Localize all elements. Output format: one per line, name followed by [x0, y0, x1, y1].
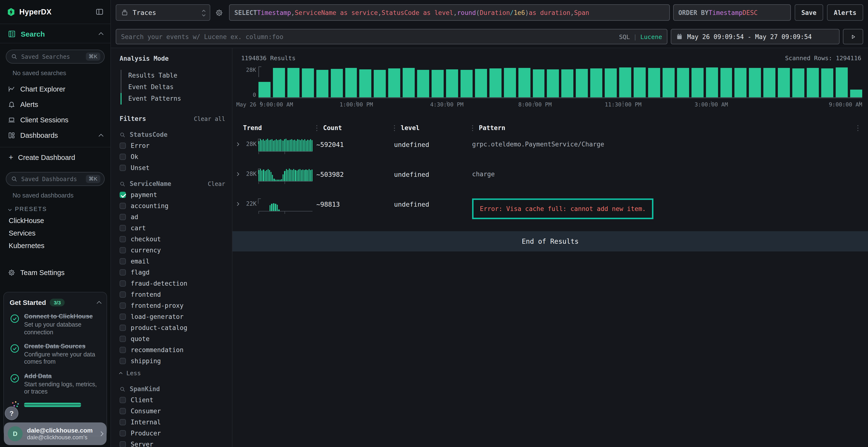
- checkbox[interactable]: [120, 325, 126, 331]
- checkbox[interactable]: [120, 419, 126, 425]
- histogram-bar[interactable]: [749, 68, 761, 97]
- facet-option-client[interactable]: Client: [120, 397, 225, 404]
- facet-option-unset[interactable]: Unset: [120, 164, 225, 171]
- histogram-bar[interactable]: [302, 68, 314, 97]
- checkbox[interactable]: [120, 236, 126, 242]
- facet-option-email[interactable]: email: [120, 258, 225, 265]
- highlighted-error-pattern[interactable]: Error: Visa cache full: cannot add new i…: [472, 199, 654, 219]
- checkbox[interactable]: [120, 247, 126, 253]
- histogram-bar[interactable]: [706, 68, 718, 97]
- column-grip-icon[interactable]: [472, 125, 473, 126]
- histogram-bar[interactable]: [619, 68, 631, 97]
- checkbox[interactable]: [120, 291, 126, 298]
- histogram-bar[interactable]: [648, 68, 660, 97]
- facet-option-ad[interactable]: ad: [120, 213, 225, 220]
- column-header-pattern[interactable]: Pattern: [472, 122, 858, 133]
- histogram-bar[interactable]: [389, 68, 401, 97]
- facet-option-internal[interactable]: Internal: [120, 419, 225, 426]
- checkbox[interactable]: [120, 143, 126, 149]
- row-expander-icon[interactable]: [235, 198, 243, 207]
- histogram-bar[interactable]: [287, 68, 300, 97]
- histogram-bar[interactable]: [258, 82, 271, 97]
- kebab-menu-icon[interactable]: [858, 125, 858, 126]
- help-button[interactable]: ?: [5, 407, 18, 420]
- analysis-mode-event-patterns[interactable]: Event Patterns: [122, 93, 225, 105]
- histogram-bar[interactable]: [562, 69, 574, 97]
- run-query-button[interactable]: [843, 29, 863, 44]
- chevron-up-icon[interactable]: [99, 32, 103, 37]
- histogram-bar[interactable]: [331, 69, 343, 97]
- checkbox[interactable]: [120, 258, 126, 265]
- column-grip-icon[interactable]: [316, 125, 317, 126]
- column-header-count[interactable]: Count: [316, 122, 394, 133]
- language-sql-option[interactable]: SQL: [619, 33, 630, 40]
- chevron-up-icon[interactable]: [99, 134, 103, 138]
- histogram-bar[interactable]: [850, 90, 862, 97]
- histogram-bar[interactable]: [360, 69, 372, 97]
- facet-option-fraud-detection[interactable]: fraud-detection: [120, 280, 225, 287]
- checkbox[interactable]: [120, 203, 126, 209]
- histogram-bar[interactable]: [807, 68, 819, 97]
- column-header-trend[interactable]: Trend: [243, 122, 316, 133]
- histogram-bar[interactable]: [403, 68, 415, 97]
- chevron-up-icon[interactable]: [97, 301, 101, 306]
- checkbox[interactable]: [120, 358, 126, 364]
- checkbox[interactable]: [120, 408, 126, 414]
- sidebar-item-client-sessions[interactable]: Client Sessions: [0, 112, 111, 128]
- histogram-bar[interactable]: [417, 70, 429, 97]
- histogram-bar[interactable]: [533, 69, 545, 97]
- histogram-bar[interactable]: [576, 69, 588, 97]
- checkbox[interactable]: [120, 430, 126, 437]
- checkbox[interactable]: [120, 214, 126, 220]
- histogram-bar[interactable]: [662, 68, 675, 97]
- checkbox[interactable]: [120, 280, 126, 286]
- histogram-bar[interactable]: [590, 68, 602, 97]
- facet-option-accounting[interactable]: accounting: [120, 202, 225, 209]
- checkbox[interactable]: [120, 397, 126, 403]
- checkbox[interactable]: [120, 336, 126, 342]
- checkbox[interactable]: [120, 269, 126, 276]
- sidebar-item-chart-explorer[interactable]: Chart Explorer: [0, 81, 111, 97]
- histogram-bar[interactable]: [764, 68, 776, 97]
- histogram-bar[interactable]: [316, 70, 328, 97]
- histogram-bar[interactable]: [720, 68, 732, 97]
- checkbox[interactable]: [120, 347, 126, 353]
- histogram-bar[interactable]: [836, 68, 848, 97]
- checkbox[interactable]: [120, 165, 126, 171]
- checkbox[interactable]: [120, 225, 126, 231]
- sidebar-item-preset-kubernetes[interactable]: Kubernetes: [0, 239, 111, 252]
- facet-option-shipping[interactable]: shipping: [120, 357, 225, 365]
- row-expander-icon[interactable]: [235, 168, 243, 177]
- facet-option-load-generator[interactable]: load-generator: [120, 313, 225, 320]
- facet-option-currency[interactable]: currency: [120, 247, 225, 254]
- clear-all-filters-link[interactable]: Clear all: [194, 115, 225, 122]
- saved-dashboards-input[interactable]: ⌘K: [6, 172, 105, 186]
- facet-option-frontend-proxy[interactable]: frontend-proxy: [120, 302, 225, 309]
- histogram-bar[interactable]: [504, 68, 516, 97]
- facet-option-consumer[interactable]: Consumer: [120, 408, 225, 415]
- pattern-row[interactable]: 22K~98813undefinedError: Visa cache full…: [235, 198, 868, 222]
- sidebar-item-team-settings[interactable]: Team Settings: [0, 265, 111, 281]
- histogram-bar[interactable]: [605, 68, 617, 97]
- histogram-bar[interactable]: [490, 68, 501, 97]
- histogram-bar[interactable]: [432, 70, 444, 97]
- get-started-item[interactable]: Create Data SourcesConfigure where your …: [10, 342, 101, 366]
- sidebar-item-search[interactable]: Search: [0, 24, 111, 43]
- order-by-editor[interactable]: ORDER BY Timestamp DESC: [673, 4, 790, 21]
- column-header-level[interactable]: level: [394, 122, 472, 133]
- event-search-input[interactable]: [121, 33, 623, 40]
- get-started-item[interactable]: Connect to ClickHouseSet up your databas…: [10, 313, 101, 336]
- histogram-bar[interactable]: [461, 70, 472, 97]
- checkbox[interactable]: [120, 441, 126, 447]
- facet-option-recommendation[interactable]: recommendation: [120, 346, 225, 353]
- facet-option-flagd[interactable]: flagd: [120, 269, 225, 276]
- facet-clear-link[interactable]: Clear: [208, 180, 225, 187]
- sidebar-item-alerts[interactable]: Alerts: [0, 97, 111, 112]
- sidebar-item-dashboards[interactable]: Dashboards: [0, 128, 111, 143]
- histogram-bar[interactable]: [475, 69, 487, 97]
- histogram-bar[interactable]: [691, 68, 703, 97]
- facet-option-frontend[interactable]: frontend: [120, 291, 225, 298]
- table-options-menu[interactable]: [858, 122, 868, 133]
- user-menu[interactable]: D dale@clickhouse.com dale@clickhouse.co…: [4, 422, 106, 445]
- facet-option-server[interactable]: Server: [120, 441, 225, 447]
